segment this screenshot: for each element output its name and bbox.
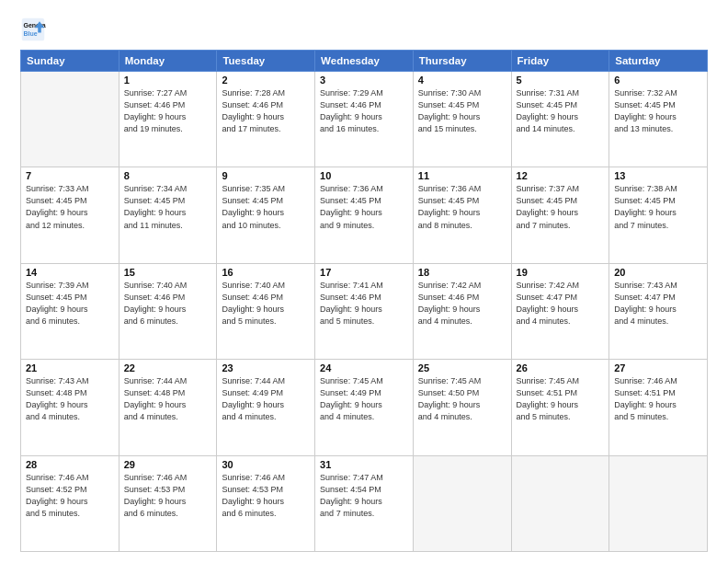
day-number: 21: [26, 362, 114, 373]
day-number: 24: [320, 362, 408, 373]
calendar-cell: 21Sunrise: 7:43 AM Sunset: 4:48 PM Dayli…: [21, 360, 119, 455]
calendar-cell: 29Sunrise: 7:46 AM Sunset: 4:53 PM Dayli…: [119, 455, 217, 551]
day-number: 16: [222, 267, 310, 278]
calendar-cell: 5Sunrise: 7:31 AM Sunset: 4:45 PM Daylig…: [511, 72, 609, 167]
day-number: 13: [614, 170, 702, 181]
day-info: Sunrise: 7:42 AM Sunset: 4:47 PM Dayligh…: [517, 280, 605, 327]
day-number: 7: [26, 170, 114, 181]
day-number: 5: [517, 75, 605, 86]
calendar-cell: 19Sunrise: 7:42 AM Sunset: 4:47 PM Dayli…: [511, 263, 609, 359]
day-number: 26: [517, 362, 605, 373]
calendar-cell: 1Sunrise: 7:27 AM Sunset: 4:46 PM Daylig…: [119, 72, 217, 167]
day-number: 14: [26, 267, 114, 278]
calendar-cell: 16Sunrise: 7:40 AM Sunset: 4:46 PM Dayli…: [217, 263, 315, 359]
week-row-5: 28Sunrise: 7:46 AM Sunset: 4:52 PM Dayli…: [21, 455, 708, 551]
day-info: Sunrise: 7:39 AM Sunset: 4:45 PM Dayligh…: [26, 280, 114, 327]
calendar-cell: 7Sunrise: 7:33 AM Sunset: 4:45 PM Daylig…: [21, 167, 119, 263]
calendar-cell: [21, 72, 119, 167]
calendar-cell: 20Sunrise: 7:43 AM Sunset: 4:47 PM Dayli…: [609, 263, 708, 359]
calendar-cell: 6Sunrise: 7:32 AM Sunset: 4:45 PM Daylig…: [609, 72, 708, 167]
day-info: Sunrise: 7:36 AM Sunset: 4:45 PM Dayligh…: [418, 183, 506, 231]
week-row-1: 1Sunrise: 7:27 AM Sunset: 4:46 PM Daylig…: [21, 72, 708, 167]
day-number: 23: [222, 362, 310, 373]
weekday-header-saturday: Saturday: [609, 51, 708, 72]
day-number: 20: [614, 267, 702, 278]
day-info: Sunrise: 7:28 AM Sunset: 4:46 PM Dayligh…: [222, 87, 310, 135]
weekday-header-sunday: Sunday: [21, 51, 119, 72]
week-row-4: 21Sunrise: 7:43 AM Sunset: 4:48 PM Dayli…: [21, 360, 708, 455]
weekday-header-row: SundayMondayTuesdayWednesdayThursdayFrid…: [21, 51, 708, 72]
logo: General Blue: [20, 17, 50, 42]
day-info: Sunrise: 7:44 AM Sunset: 4:48 PM Dayligh…: [124, 375, 212, 423]
calendar-cell: 8Sunrise: 7:34 AM Sunset: 4:45 PM Daylig…: [119, 167, 217, 263]
day-number: 25: [418, 362, 506, 373]
calendar-cell: 18Sunrise: 7:42 AM Sunset: 4:46 PM Dayli…: [413, 263, 511, 359]
day-number: 17: [320, 267, 408, 278]
calendar: SundayMondayTuesdayWednesdayThursdayFrid…: [20, 50, 708, 552]
day-number: 8: [124, 170, 212, 181]
weekday-header-monday: Monday: [119, 51, 217, 72]
weekday-header-wednesday: Wednesday: [315, 51, 414, 72]
day-info: Sunrise: 7:36 AM Sunset: 4:45 PM Dayligh…: [320, 183, 408, 231]
day-number: 30: [222, 459, 310, 470]
day-info: Sunrise: 7:47 AM Sunset: 4:54 PM Dayligh…: [320, 472, 408, 520]
calendar-cell: 23Sunrise: 7:44 AM Sunset: 4:49 PM Dayli…: [217, 360, 315, 455]
calendar-cell: 28Sunrise: 7:46 AM Sunset: 4:52 PM Dayli…: [21, 455, 119, 551]
calendar-cell: 3Sunrise: 7:29 AM Sunset: 4:46 PM Daylig…: [315, 72, 414, 167]
day-info: Sunrise: 7:31 AM Sunset: 4:45 PM Dayligh…: [517, 87, 605, 135]
day-number: 28: [26, 459, 114, 470]
calendar-cell: 11Sunrise: 7:36 AM Sunset: 4:45 PM Dayli…: [413, 167, 511, 263]
calendar-cell: 30Sunrise: 7:46 AM Sunset: 4:53 PM Dayli…: [217, 455, 315, 551]
day-info: Sunrise: 7:32 AM Sunset: 4:45 PM Dayligh…: [614, 87, 702, 135]
day-info: Sunrise: 7:30 AM Sunset: 4:45 PM Dayligh…: [418, 87, 506, 135]
day-number: 29: [124, 459, 212, 470]
day-info: Sunrise: 7:27 AM Sunset: 4:46 PM Dayligh…: [124, 87, 212, 135]
day-number: 1: [124, 75, 212, 86]
logo-icon: General Blue: [20, 17, 46, 42]
day-info: Sunrise: 7:35 AM Sunset: 4:45 PM Dayligh…: [222, 183, 310, 231]
day-number: 2: [222, 75, 310, 86]
day-info: Sunrise: 7:37 AM Sunset: 4:45 PM Dayligh…: [517, 183, 605, 231]
day-info: Sunrise: 7:29 AM Sunset: 4:46 PM Dayligh…: [320, 87, 408, 135]
week-row-2: 7Sunrise: 7:33 AM Sunset: 4:45 PM Daylig…: [21, 167, 708, 263]
calendar-cell: [511, 455, 609, 551]
day-info: Sunrise: 7:46 AM Sunset: 4:53 PM Dayligh…: [124, 472, 212, 520]
day-info: Sunrise: 7:44 AM Sunset: 4:49 PM Dayligh…: [222, 375, 310, 423]
header: General Blue: [20, 17, 708, 42]
weekday-header-friday: Friday: [511, 51, 609, 72]
calendar-cell: 22Sunrise: 7:44 AM Sunset: 4:48 PM Dayli…: [119, 360, 217, 455]
day-info: Sunrise: 7:46 AM Sunset: 4:52 PM Dayligh…: [26, 472, 114, 520]
weekday-header-tuesday: Tuesday: [217, 51, 315, 72]
day-number: 9: [222, 170, 310, 181]
calendar-cell: 9Sunrise: 7:35 AM Sunset: 4:45 PM Daylig…: [217, 167, 315, 263]
day-number: 11: [418, 170, 506, 181]
day-number: 12: [517, 170, 605, 181]
calendar-cell: 31Sunrise: 7:47 AM Sunset: 4:54 PM Dayli…: [315, 455, 414, 551]
calendar-cell: 26Sunrise: 7:45 AM Sunset: 4:51 PM Dayli…: [511, 360, 609, 455]
day-info: Sunrise: 7:43 AM Sunset: 4:47 PM Dayligh…: [614, 280, 702, 327]
calendar-cell: 24Sunrise: 7:45 AM Sunset: 4:49 PM Dayli…: [315, 360, 414, 455]
day-info: Sunrise: 7:41 AM Sunset: 4:46 PM Dayligh…: [320, 280, 408, 327]
day-number: 22: [124, 362, 212, 373]
day-info: Sunrise: 7:45 AM Sunset: 4:50 PM Dayligh…: [418, 375, 506, 423]
week-row-3: 14Sunrise: 7:39 AM Sunset: 4:45 PM Dayli…: [21, 263, 708, 359]
day-number: 15: [124, 267, 212, 278]
day-info: Sunrise: 7:46 AM Sunset: 4:53 PM Dayligh…: [222, 472, 310, 520]
day-number: 19: [517, 267, 605, 278]
svg-text:Blue: Blue: [24, 30, 38, 37]
calendar-cell: [413, 455, 511, 551]
day-info: Sunrise: 7:43 AM Sunset: 4:48 PM Dayligh…: [26, 375, 114, 423]
calendar-cell: 13Sunrise: 7:38 AM Sunset: 4:45 PM Dayli…: [609, 167, 708, 263]
calendar-cell: 25Sunrise: 7:45 AM Sunset: 4:50 PM Dayli…: [413, 360, 511, 455]
day-number: 6: [614, 75, 702, 86]
calendar-cell: 14Sunrise: 7:39 AM Sunset: 4:45 PM Dayli…: [21, 263, 119, 359]
day-info: Sunrise: 7:38 AM Sunset: 4:45 PM Dayligh…: [614, 183, 702, 231]
calendar-cell: 17Sunrise: 7:41 AM Sunset: 4:46 PM Dayli…: [315, 263, 414, 359]
day-number: 27: [614, 362, 702, 373]
calendar-cell: 27Sunrise: 7:46 AM Sunset: 4:51 PM Dayli…: [609, 360, 708, 455]
weekday-header-thursday: Thursday: [413, 51, 511, 72]
day-number: 31: [320, 459, 408, 470]
day-info: Sunrise: 7:34 AM Sunset: 4:45 PM Dayligh…: [124, 183, 212, 231]
calendar-cell: 15Sunrise: 7:40 AM Sunset: 4:46 PM Dayli…: [119, 263, 217, 359]
day-number: 4: [418, 75, 506, 86]
